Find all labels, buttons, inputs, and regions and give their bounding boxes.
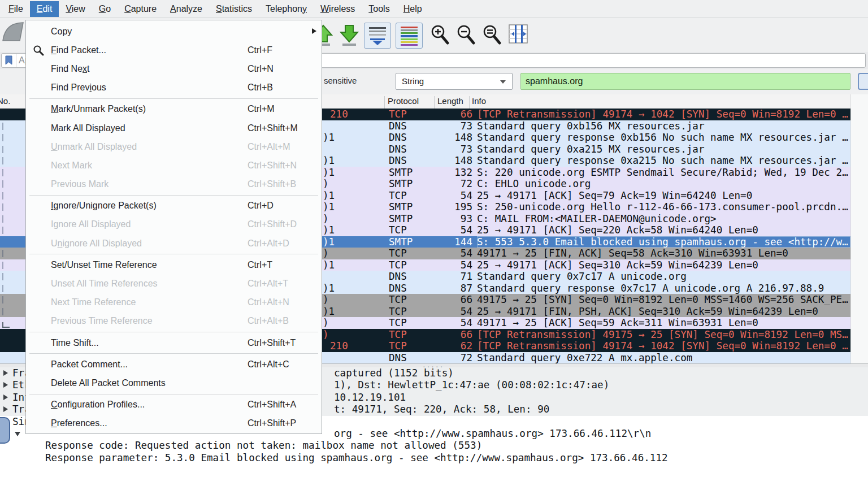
destination-fragment: )1 <box>323 306 335 318</box>
menubar-item-capture[interactable]: Capture <box>118 1 163 17</box>
protocol-cell: SMTP <box>389 201 413 213</box>
menu-item-ignore-unignore-packet-s[interactable]: Ignore/Unignore Packet(s)Ctrl+D <box>26 197 322 215</box>
collapse-arrow-icon[interactable] <box>15 432 20 436</box>
menu-item-find-packet[interactable]: Find Packet...Ctrl+F <box>26 41 322 59</box>
menu-item-label: Mark/Unmark Packet(s) <box>51 104 146 114</box>
menu-item-next-mark[interactable]: Next MarkCtrl+Shift+N <box>26 156 322 175</box>
length-cell: 54 <box>421 248 472 259</box>
menu-separator <box>29 195 318 196</box>
detail-field-row[interactable]: Response code: Requested action not take… <box>0 440 868 452</box>
protocol-cell: TCP <box>389 109 407 120</box>
stream-tick <box>2 296 3 303</box>
search-type-dropdown[interactable]: String <box>396 73 513 90</box>
length-cell: 148 <box>421 132 472 144</box>
column-no[interactable]: No. <box>0 96 10 106</box>
menu-item-find-next[interactable]: Find NextCtrl+N <box>26 59 322 78</box>
menu-item-label: Delete All Packet Comments <box>51 378 166 388</box>
menu-item-unignore-all-displayed[interactable]: Unignore All DisplayedCtrl+Alt+D <box>26 234 322 253</box>
menu-item-label: Preferences... <box>51 418 107 428</box>
stream-tick <box>2 308 3 315</box>
zoom-original-icon[interactable] <box>481 24 503 46</box>
destination-fragment: )1 <box>323 236 335 248</box>
expand-arrow-icon[interactable] <box>3 406 8 412</box>
protocol-cell: TCP <box>389 248 407 259</box>
info-cell: S: 250-unicode.org Hello r-112-46-66-173… <box>477 201 850 213</box>
wireshark-fin-icon[interactable] <box>1 21 25 43</box>
menubar-item-statistics[interactable]: Statistics <box>209 1 259 17</box>
menu-item-configuration-profiles[interactable]: Configuration Profiles...Ctrl+Shift+A <box>26 396 322 414</box>
column-protocol[interactable]: Protocol <box>388 96 419 106</box>
stream-tick <box>2 146 3 153</box>
info-cell: Standard query response 0xa215 No such n… <box>477 155 850 167</box>
destination-fragment: )1 <box>323 155 335 167</box>
menu-item-shortcut: Ctrl+F <box>248 45 272 55</box>
detail-field-row[interactable]: Response parameter: 5.3.0 Email blocked … <box>0 452 868 464</box>
length-cell: 73 <box>421 144 472 155</box>
menubar-item-edit[interactable]: Edit <box>30 1 59 17</box>
case-sensitive-label[interactable]: sensitive <box>324 76 357 85</box>
stream-tick <box>2 123 3 130</box>
menu-item-mark-unmark-packet-s[interactable]: Mark/Unmark Packet(s)Ctrl+M <box>26 100 322 119</box>
expand-arrow-icon[interactable] <box>3 382 8 388</box>
bookmark-icon[interactable] <box>2 54 16 67</box>
destination-fragment: )1 <box>323 259 335 271</box>
menu-item-find-previous[interactable]: Find PreviousCtrl+B <box>26 79 322 97</box>
menu-item-next-time-reference[interactable]: Next Time ReferenceCtrl+Alt+N <box>26 293 322 312</box>
menubar-item-view[interactable]: View <box>59 1 92 17</box>
expand-arrow-icon[interactable] <box>3 394 8 400</box>
menubar-item-analyze[interactable]: Analyze <box>163 1 209 17</box>
menu-item-preferences[interactable]: Preferences...Ctrl+Shift+P <box>26 414 322 433</box>
expand-arrow-icon[interactable] <box>3 370 8 376</box>
menu-separator <box>29 353 318 354</box>
length-cell: 148 <box>421 155 472 167</box>
stream-tick <box>2 157 3 164</box>
menu-item-copy[interactable]: Copy <box>26 22 322 41</box>
menu-item-shortcut: Ctrl+Shift+M <box>248 123 298 133</box>
menu-item-mark-all-displayed[interactable]: Mark All DisplayedCtrl+Shift+M <box>26 119 322 137</box>
menu-separator <box>29 332 318 332</box>
column-info[interactable]: Info <box>472 96 486 106</box>
detail-tail-fragment: captured (1152 bits) <box>334 367 454 379</box>
resize-columns-icon[interactable] <box>507 23 529 46</box>
menubar-item-go[interactable]: Go <box>92 1 118 17</box>
column-length[interactable]: Length <box>437 96 463 106</box>
detail-field-text: Response parameter: 5.3.0 Email blocked … <box>45 452 668 464</box>
menu-item-shortcut: Ctrl+Shift+N <box>248 161 297 171</box>
menu-item-label: Ignore All Displayed <box>51 219 131 229</box>
zoom-in-icon[interactable] <box>429 24 451 46</box>
menu-item-set-unset-time-reference[interactable]: Set/Unset Time ReferenceCtrl+T <box>26 255 322 274</box>
length-cell: 54 <box>421 190 472 202</box>
destination-fragment: )1 <box>323 224 335 236</box>
menu-item-shortcut: Ctrl+Shift+D <box>248 219 297 229</box>
info-cell: [TCP Retransmission] 49175 → 25 [SYN] Se… <box>477 329 850 341</box>
menubar-item-tools[interactable]: Tools <box>362 1 396 17</box>
find-input[interactable]: spamhaus.org <box>520 73 850 90</box>
length-cell: 87 <box>421 283 472 294</box>
menu-item-label: Configuration Profiles... <box>51 400 145 410</box>
menu-item-ignore-all-displayed[interactable]: Ignore All DisplayedCtrl+Shift+D <box>26 215 322 234</box>
stream-end-bracket-icon <box>2 322 10 328</box>
stream-tick <box>2 227 3 234</box>
menubar-item-file[interactable]: File <box>2 1 30 17</box>
menu-item-previous-mark[interactable]: Previous MarkCtrl+Shift+B <box>26 175 322 194</box>
go-next-packet-icon[interactable] <box>338 24 361 47</box>
menu-item-previous-time-reference[interactable]: Previous Time ReferenceCtrl+Alt+B <box>26 312 322 331</box>
colorize-icon[interactable] <box>396 23 423 49</box>
length-cell: 54 <box>421 224 472 236</box>
menu-item-packet-comment[interactable]: Packet Comment...Ctrl+Alt+C <box>26 355 322 374</box>
find-button[interactable] <box>858 73 868 90</box>
menu-item-unmark-all-displayed[interactable]: Unmark All DisplayedCtrl+Alt+M <box>26 137 322 156</box>
menu-item-unset-all-time-references[interactable]: Unset All Time ReferencesCtrl+Alt+T <box>26 274 322 293</box>
length-cell: 62 <box>421 340 472 352</box>
menubar-item-help[interactable]: Help <box>397 1 429 17</box>
detail-field-text: Response code: Requested action not take… <box>45 440 482 452</box>
menubar-item-telephony[interactable]: Telephony <box>259 1 314 17</box>
packet-list-scrollbar[interactable] <box>850 94 868 363</box>
menu-item-delete-all-packet-comments[interactable]: Delete All Packet Comments <box>26 374 322 392</box>
zoom-out-icon[interactable] <box>455 24 477 46</box>
detail-tail-fragment: org - see <http://www.spamhaus.org> 173.… <box>334 428 651 440</box>
auto-scroll-icon[interactable] <box>364 23 391 49</box>
menubar-item-wireless[interactable]: Wireless <box>314 1 362 17</box>
menu-item-time-shift[interactable]: Time Shift...Ctrl+Shift+T <box>26 333 322 352</box>
menu-item-shortcut: Ctrl+Shift+P <box>248 418 296 428</box>
